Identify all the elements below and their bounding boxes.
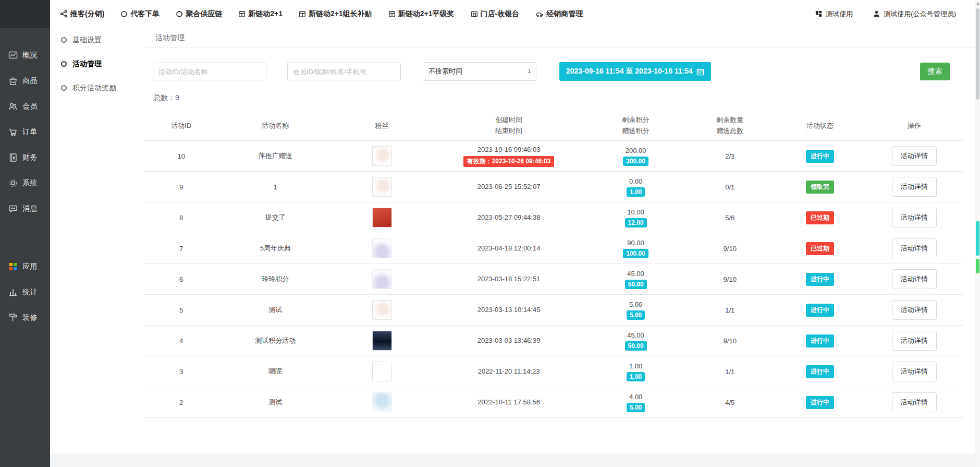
top-nav-items: 推客(分销) 代客下单 聚合供应链 新链动2+1 新链动2+1组长补贴 新链动2… bbox=[50, 9, 583, 19]
circle-icon bbox=[176, 10, 183, 18]
remaining-points: 5.00 bbox=[587, 300, 684, 309]
activity-detail-button[interactable]: 活动详情 bbox=[892, 238, 937, 258]
time-filter-value: 不搜索时间 bbox=[428, 67, 462, 76]
page-scrollbar[interactable] bbox=[975, 0, 980, 467]
store-icon bbox=[471, 10, 478, 18]
sidebar-item-system[interactable]: 系统 bbox=[0, 170, 50, 196]
status-badge: 进行中 bbox=[806, 273, 834, 286]
fan-avatar bbox=[372, 238, 392, 258]
cell-activity-name: 玲玲积分 bbox=[218, 264, 333, 295]
gift-points-badge: 100.00 bbox=[623, 249, 648, 258]
date-range-button[interactable]: 2023-09-16 11:54 至 2023-10-16 11:54 bbox=[559, 62, 711, 81]
topnav-item-dealer-mgmt[interactable]: 经销商管理 bbox=[535, 9, 583, 19]
sidebar-item-decorate[interactable]: 装修 bbox=[0, 305, 50, 330]
cell-times: 2022-10-11 17:58:56 bbox=[431, 387, 586, 418]
topnav-label: 代客下单 bbox=[130, 9, 160, 19]
scrollbar-thumb[interactable] bbox=[976, 8, 979, 100]
topnav-item-distribution[interactable]: 推客(分销) bbox=[60, 9, 104, 19]
submenu-item-points-reward[interactable]: 积分活动奖励 bbox=[50, 76, 142, 100]
account-menu[interactable]: 测试使用(公众号管理员) bbox=[873, 9, 956, 19]
activity-search-input[interactable] bbox=[153, 63, 266, 80]
bottom-strip bbox=[50, 453, 980, 467]
gift-points-badge: 12.00 bbox=[625, 218, 647, 227]
gift-points-badge: 1.00 bbox=[627, 372, 645, 381]
cell-status: 领取完 bbox=[775, 172, 865, 202]
message-icon bbox=[8, 203, 18, 214]
col-activity-name: 活动名称 bbox=[218, 110, 333, 141]
cell-times: 2023-03-03 13:46:39 bbox=[431, 326, 586, 356]
topnav-item-chain-21[interactable]: 新链动2+1 bbox=[238, 9, 283, 19]
cell-points: 5.00 5.00 bbox=[586, 295, 685, 326]
table-row: 7 5周年庆典 2023-04-18 12:00:14 90.00 100.00… bbox=[144, 233, 963, 264]
sidebar-item-goods[interactable]: 商品 bbox=[0, 68, 50, 93]
sidebar-item-label: 订单 bbox=[22, 127, 38, 137]
sidebar-item-messages[interactable]: 消息 bbox=[0, 196, 50, 221]
submenu-item-activity-mgmt[interactable]: 活动管理 bbox=[50, 52, 142, 76]
topnav-item-proxy-order[interactable]: 代客下单 bbox=[120, 9, 160, 19]
cell-activity-id: 7 bbox=[144, 233, 218, 264]
gift-points-badge: 1.00 bbox=[627, 187, 645, 197]
circle-icon bbox=[120, 10, 128, 18]
sidebar-item-finance[interactable]: 财务 bbox=[0, 145, 50, 170]
remaining-points: 0.00 bbox=[587, 177, 684, 186]
topnav-item-store-pos[interactable]: 门店-收银台 bbox=[471, 9, 520, 19]
cell-quantity: 0/1 bbox=[685, 172, 775, 202]
bullet-icon bbox=[61, 61, 67, 67]
cell-times: 2023-04-18 12:00:14 bbox=[431, 233, 586, 264]
activity-detail-button[interactable]: 活动详情 bbox=[892, 392, 937, 412]
activity-table: 活动ID 活动名称 粉丝 创建时间结束时间 剩余积分赠送积分 剩余数量赠送总数 … bbox=[144, 110, 963, 418]
activity-detail-button[interactable]: 活动详情 bbox=[892, 146, 937, 166]
col-fans: 粉丝 bbox=[333, 110, 431, 141]
submenu-label: 基础设置 bbox=[72, 35, 102, 45]
gift-points-badge: 5.00 bbox=[627, 403, 645, 412]
status-badge: 进行中 bbox=[806, 304, 834, 317]
cell-activity-id: 9 bbox=[144, 172, 218, 202]
sidebar-item-members[interactable]: 会员 bbox=[0, 93, 50, 119]
cell-quantity: 5/6 bbox=[685, 202, 775, 233]
page-title: 活动管理 bbox=[155, 33, 185, 43]
activity-detail-button[interactable]: 活动详情 bbox=[892, 177, 937, 197]
sidebar-item-label: 应用 bbox=[22, 262, 38, 271]
sidebar-group-gap bbox=[0, 221, 50, 254]
sidebar-item-orders[interactable]: 订单 bbox=[0, 119, 50, 145]
cell-fans bbox=[333, 326, 431, 356]
activity-detail-button[interactable]: 活动详情 bbox=[892, 331, 937, 351]
activity-detail-button[interactable]: 活动详情 bbox=[892, 300, 937, 320]
col-activity-id: 活动ID bbox=[144, 110, 218, 141]
cell-status: 进行中 bbox=[775, 264, 865, 295]
sidebar-item-label: 统计 bbox=[22, 288, 38, 297]
status-badge: 进行中 bbox=[806, 150, 834, 163]
scrollbar-up-arrow-icon[interactable] bbox=[976, 2, 979, 5]
activity-detail-button[interactable]: 活动详情 bbox=[892, 269, 937, 289]
cell-activity-name: 测试积分活动 bbox=[218, 326, 333, 356]
sidebar-item-stats[interactable]: 统计 bbox=[0, 279, 50, 305]
col-quantity: 剩余数量赠送总数 bbox=[685, 110, 775, 141]
cell-actions: 活动详情 bbox=[865, 295, 963, 326]
activity-detail-button[interactable]: 活动详情 bbox=[892, 362, 937, 381]
sidebar-item-overview[interactable]: 概况 bbox=[0, 42, 50, 68]
total-count-line: 总数：9 bbox=[153, 93, 975, 103]
cell-activity-id: 8 bbox=[144, 202, 218, 233]
cell-activity-name: 萍推广赠送 bbox=[218, 141, 333, 172]
sidebar-item-apps[interactable]: 应用 bbox=[0, 254, 50, 279]
search-button[interactable]: 搜索 bbox=[920, 63, 950, 80]
table-row: 5 测试 2023-03-13 10:14:45 5.00 5.00 1/1 进… bbox=[144, 295, 963, 326]
workspace-switcher[interactable]: 测试使用 bbox=[815, 9, 853, 19]
member-search-input[interactable] bbox=[287, 63, 401, 80]
topnav-item-chain-peer-bonus[interactable]: 新链动2+1平级奖 bbox=[388, 9, 455, 19]
fan-avatar bbox=[372, 331, 392, 351]
activity-detail-button[interactable]: 活动详情 bbox=[892, 208, 937, 227]
cell-times: 2023-03-18 15:22:51 bbox=[431, 264, 586, 295]
table-body: 10 萍推广赠送 2023-10-16 09:46:03 有效期：2023-10… bbox=[144, 141, 963, 418]
status-badge: 已过期 bbox=[806, 211, 834, 224]
topnav-item-chain-leader-bonus[interactable]: 新链动2+1组长补贴 bbox=[299, 9, 372, 19]
submenu-item-basic-settings[interactable]: 基础设置 bbox=[50, 28, 142, 52]
cell-points: 200.00 300.00 bbox=[586, 141, 685, 172]
module-icon bbox=[238, 10, 246, 18]
remaining-points: 45.00 bbox=[587, 331, 684, 340]
total-label: 总数： bbox=[153, 93, 175, 102]
topnav-item-supply-chain[interactable]: 聚合供应链 bbox=[176, 9, 222, 19]
time-filter-select[interactable]: 不搜索时间 ⤵ bbox=[423, 62, 536, 81]
topnav-label: 聚合供应链 bbox=[186, 9, 222, 19]
create-time: 2023-03-18 15:22:51 bbox=[432, 274, 585, 284]
